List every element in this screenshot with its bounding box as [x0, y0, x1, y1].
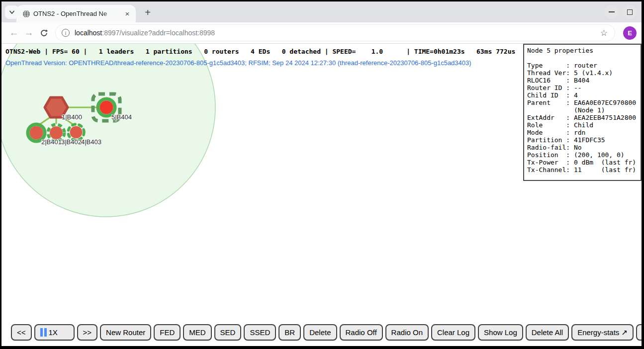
network-canvas[interactable]: 1|B400 5|B404 2|B401 3|B402 4|B403 [1, 44, 522, 346]
url-path: :8997/visualize?addr=localhost:8998 [102, 29, 215, 37]
delete-all-button[interactable]: Delete All [526, 324, 569, 341]
new-router-button[interactable]: New Router [100, 324, 151, 341]
panel-line: (Node 1) [527, 106, 641, 114]
window-controls [605, 5, 637, 19]
fed-label: FED [160, 328, 175, 337]
chevron-down-icon [8, 10, 15, 15]
bookmark-star-button[interactable]: ☆ [600, 28, 608, 38]
minimize-icon [609, 11, 615, 12]
panel-line: Radio-fail: No [527, 144, 641, 151]
sed-button[interactable]: SED [214, 324, 242, 341]
node-properties-panel: Node 5 properties Type : router Thread V… [523, 44, 642, 181]
br-button[interactable]: BR [278, 324, 301, 341]
delete-all-label: Delete All [532, 328, 563, 337]
speed-label: 1X [49, 328, 58, 337]
reload-icon [40, 29, 48, 37]
radio-off-label: Radio Off [346, 328, 377, 337]
panel-line: Tx-Channel: 11 (last fr) [527, 166, 641, 174]
panel-line: Partition : 41FDFC35 [527, 136, 641, 144]
otns-page: 1|B400 5|B404 2|B401 3|B402 4|B403 OTNS2… [1, 44, 642, 346]
speed-up-button[interactable]: >> [77, 324, 98, 341]
panel-line: Type : router [527, 62, 641, 69]
status-bar: OTNS2-Web | FPS= 60 | 1 leaders 1 partit… [5, 48, 515, 55]
energy-stats-label: Energy-stats ↗ [577, 328, 628, 337]
panel-line: Tx-Power : 0 dBm (last fr) [527, 159, 641, 166]
maximize-button[interactable] [623, 5, 637, 19]
panel-line: RLOC16 : B404 [527, 77, 641, 84]
profile-avatar[interactable]: E [623, 26, 637, 40]
version-line: OpenThread Version: OPENTHREAD/thread-re… [5, 59, 471, 67]
node-4-label: 4|B403 [81, 138, 101, 146]
delete-label: Delete [309, 328, 331, 337]
panel-line: Child ID : 4 [527, 91, 641, 99]
show-log-label: Show Log [484, 328, 517, 337]
star-icon: ☆ [600, 28, 608, 38]
radio-on-label: Radio On [391, 328, 423, 337]
med-button[interactable]: MED [183, 324, 211, 341]
tab-close-button[interactable]: × [123, 9, 132, 18]
simulation-toolbar: << 1X >> New Router FED MED SED SSED BR … [11, 324, 642, 341]
omnibox[interactable]: i localhost:8997/visualize?addr=localhos… [55, 24, 615, 41]
panel-line: Parent : EA6A0E07EC970800 [527, 99, 641, 106]
panel-line: Mode : rdn [527, 129, 641, 136]
url-host: localhost [75, 29, 102, 37]
panel-title: Node 5 properties [527, 47, 641, 54]
tab-strip: OTNS2 - OpenThread Ne × + [1, 1, 642, 22]
browser-tab[interactable]: OTNS2 - OpenThread Ne × [16, 5, 136, 22]
show-log-button[interactable]: Show Log [478, 324, 523, 341]
info-glyph: i [65, 30, 67, 36]
fed-button[interactable]: FED [154, 324, 181, 341]
panel-spacer [527, 54, 641, 62]
browser-toolbar: ← → i localhost:8997/visualize?addr=loca… [1, 22, 642, 44]
speed-down-button[interactable]: << [11, 324, 32, 341]
url-text: localhost:8997/visualize?addr=localhost:… [75, 29, 600, 37]
plus-icon: + [145, 7, 151, 18]
br-label: BR [284, 328, 295, 337]
speed-down-label: << [17, 328, 26, 337]
node-1-label: 1|B400 [62, 113, 82, 121]
speed-up-label: >> [83, 328, 92, 337]
tab-title: OTNS2 - OpenThread Ne [33, 10, 120, 17]
minimize-button[interactable] [605, 5, 619, 19]
speed-button[interactable]: 1X [34, 324, 75, 341]
radio-on-button[interactable]: Radio On [385, 324, 429, 341]
ssed-label: SSED [250, 328, 270, 337]
maximize-icon [627, 9, 633, 15]
panel-line: Router ID : -- [527, 84, 641, 91]
panel-line: Role : Child [527, 121, 641, 129]
node-stats-button[interactable]: Node-stats ↗ [636, 324, 642, 341]
close-icon: × [125, 9, 130, 18]
panel-line: ExtAddr : AEA2EEB4751A2800 [527, 114, 641, 121]
site-info-icon[interactable]: i [62, 29, 70, 37]
forward-arrow-icon: → [24, 27, 34, 38]
clear-log-label: Clear Log [437, 328, 469, 337]
ssed-button[interactable]: SSED [244, 324, 276, 341]
browser-window: OTNS2 - OpenThread Ne × + ← → i localhos… [1, 1, 642, 346]
node-3-label: 3|B402 [61, 138, 82, 146]
clear-log-button[interactable]: Clear Log [431, 324, 475, 341]
node-2-label: 2|B401 [41, 138, 62, 146]
panel-line: Thread Ver: 5 (v1.4.x) [527, 69, 641, 77]
globe-favicon-icon [22, 10, 30, 18]
radio-off-button[interactable]: Radio Off [340, 324, 383, 341]
new-router-label: New Router [106, 328, 145, 337]
reload-button[interactable] [36, 25, 51, 40]
sed-label: SED [220, 328, 236, 337]
delete-button[interactable]: Delete [303, 324, 337, 341]
pause-icon [40, 328, 47, 337]
back-arrow-icon: ← [9, 27, 19, 38]
forward-button[interactable]: → [21, 25, 36, 40]
med-label: MED [189, 328, 205, 337]
energy-stats-button[interactable]: Energy-stats ↗ [571, 324, 634, 341]
node-5-label: 5|B404 [111, 113, 132, 121]
new-tab-button[interactable]: + [142, 6, 154, 18]
panel-line: Position : (200, 100, 0) [527, 151, 641, 159]
back-button[interactable]: ← [6, 25, 21, 40]
